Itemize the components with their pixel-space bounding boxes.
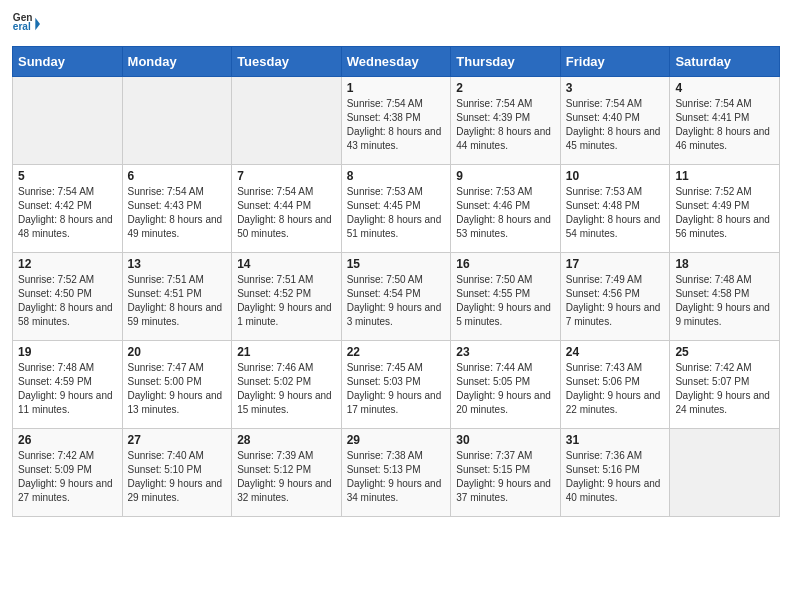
day-cell: 1Sunrise: 7:54 AMSunset: 4:38 PMDaylight… xyxy=(341,77,451,165)
day-number: 6 xyxy=(128,169,227,183)
day-info: Sunrise: 7:54 AMSunset: 4:42 PMDaylight:… xyxy=(18,185,117,241)
day-info: Sunrise: 7:54 AMSunset: 4:40 PMDaylight:… xyxy=(566,97,665,153)
day-number: 31 xyxy=(566,433,665,447)
header: Gen eral xyxy=(12,10,780,38)
day-cell: 25Sunrise: 7:42 AMSunset: 5:07 PMDayligh… xyxy=(670,341,780,429)
day-info: Sunrise: 7:49 AMSunset: 4:56 PMDaylight:… xyxy=(566,273,665,329)
week-row-1: 1Sunrise: 7:54 AMSunset: 4:38 PMDaylight… xyxy=(13,77,780,165)
weekday-header-row: SundayMondayTuesdayWednesdayThursdayFrid… xyxy=(13,47,780,77)
day-info: Sunrise: 7:37 AMSunset: 5:15 PMDaylight:… xyxy=(456,449,555,505)
logo-icon: Gen eral xyxy=(12,10,40,38)
day-number: 8 xyxy=(347,169,446,183)
day-info: Sunrise: 7:54 AMSunset: 4:44 PMDaylight:… xyxy=(237,185,336,241)
day-number: 1 xyxy=(347,81,446,95)
day-number: 10 xyxy=(566,169,665,183)
day-cell: 21Sunrise: 7:46 AMSunset: 5:02 PMDayligh… xyxy=(232,341,342,429)
day-info: Sunrise: 7:46 AMSunset: 5:02 PMDaylight:… xyxy=(237,361,336,417)
weekday-header-tuesday: Tuesday xyxy=(232,47,342,77)
day-info: Sunrise: 7:42 AMSunset: 5:07 PMDaylight:… xyxy=(675,361,774,417)
day-cell: 12Sunrise: 7:52 AMSunset: 4:50 PMDayligh… xyxy=(13,253,123,341)
day-info: Sunrise: 7:54 AMSunset: 4:38 PMDaylight:… xyxy=(347,97,446,153)
day-number: 21 xyxy=(237,345,336,359)
day-cell: 30Sunrise: 7:37 AMSunset: 5:15 PMDayligh… xyxy=(451,429,561,517)
day-number: 27 xyxy=(128,433,227,447)
week-row-3: 12Sunrise: 7:52 AMSunset: 4:50 PMDayligh… xyxy=(13,253,780,341)
day-info: Sunrise: 7:48 AMSunset: 4:59 PMDaylight:… xyxy=(18,361,117,417)
week-row-2: 5Sunrise: 7:54 AMSunset: 4:42 PMDaylight… xyxy=(13,165,780,253)
day-number: 24 xyxy=(566,345,665,359)
day-cell: 27Sunrise: 7:40 AMSunset: 5:10 PMDayligh… xyxy=(122,429,232,517)
day-info: Sunrise: 7:53 AMSunset: 4:48 PMDaylight:… xyxy=(566,185,665,241)
day-info: Sunrise: 7:44 AMSunset: 5:05 PMDaylight:… xyxy=(456,361,555,417)
day-cell: 3Sunrise: 7:54 AMSunset: 4:40 PMDaylight… xyxy=(560,77,670,165)
day-number: 7 xyxy=(237,169,336,183)
day-number: 16 xyxy=(456,257,555,271)
weekday-header-friday: Friday xyxy=(560,47,670,77)
logo: Gen eral xyxy=(12,10,42,38)
day-info: Sunrise: 7:36 AMSunset: 5:16 PMDaylight:… xyxy=(566,449,665,505)
day-info: Sunrise: 7:47 AMSunset: 5:00 PMDaylight:… xyxy=(128,361,227,417)
day-cell: 18Sunrise: 7:48 AMSunset: 4:58 PMDayligh… xyxy=(670,253,780,341)
day-info: Sunrise: 7:45 AMSunset: 5:03 PMDaylight:… xyxy=(347,361,446,417)
day-cell: 2Sunrise: 7:54 AMSunset: 4:39 PMDaylight… xyxy=(451,77,561,165)
day-number: 29 xyxy=(347,433,446,447)
day-number: 23 xyxy=(456,345,555,359)
week-row-5: 26Sunrise: 7:42 AMSunset: 5:09 PMDayligh… xyxy=(13,429,780,517)
day-cell: 22Sunrise: 7:45 AMSunset: 5:03 PMDayligh… xyxy=(341,341,451,429)
calendar-table: SundayMondayTuesdayWednesdayThursdayFrid… xyxy=(12,46,780,517)
day-number: 3 xyxy=(566,81,665,95)
day-number: 25 xyxy=(675,345,774,359)
week-row-4: 19Sunrise: 7:48 AMSunset: 4:59 PMDayligh… xyxy=(13,341,780,429)
day-info: Sunrise: 7:38 AMSunset: 5:13 PMDaylight:… xyxy=(347,449,446,505)
day-number: 20 xyxy=(128,345,227,359)
day-number: 2 xyxy=(456,81,555,95)
svg-text:eral: eral xyxy=(13,21,31,32)
day-cell: 16Sunrise: 7:50 AMSunset: 4:55 PMDayligh… xyxy=(451,253,561,341)
weekday-header-thursday: Thursday xyxy=(451,47,561,77)
day-number: 14 xyxy=(237,257,336,271)
day-cell xyxy=(122,77,232,165)
day-info: Sunrise: 7:54 AMSunset: 4:41 PMDaylight:… xyxy=(675,97,774,153)
day-cell: 20Sunrise: 7:47 AMSunset: 5:00 PMDayligh… xyxy=(122,341,232,429)
day-cell: 6Sunrise: 7:54 AMSunset: 4:43 PMDaylight… xyxy=(122,165,232,253)
day-info: Sunrise: 7:39 AMSunset: 5:12 PMDaylight:… xyxy=(237,449,336,505)
day-cell: 19Sunrise: 7:48 AMSunset: 4:59 PMDayligh… xyxy=(13,341,123,429)
day-cell: 7Sunrise: 7:54 AMSunset: 4:44 PMDaylight… xyxy=(232,165,342,253)
day-number: 13 xyxy=(128,257,227,271)
day-info: Sunrise: 7:48 AMSunset: 4:58 PMDaylight:… xyxy=(675,273,774,329)
day-number: 22 xyxy=(347,345,446,359)
day-number: 19 xyxy=(18,345,117,359)
day-info: Sunrise: 7:50 AMSunset: 4:55 PMDaylight:… xyxy=(456,273,555,329)
day-cell: 24Sunrise: 7:43 AMSunset: 5:06 PMDayligh… xyxy=(560,341,670,429)
day-cell: 9Sunrise: 7:53 AMSunset: 4:46 PMDaylight… xyxy=(451,165,561,253)
day-info: Sunrise: 7:54 AMSunset: 4:43 PMDaylight:… xyxy=(128,185,227,241)
weekday-header-monday: Monday xyxy=(122,47,232,77)
day-cell: 10Sunrise: 7:53 AMSunset: 4:48 PMDayligh… xyxy=(560,165,670,253)
day-info: Sunrise: 7:42 AMSunset: 5:09 PMDaylight:… xyxy=(18,449,117,505)
day-cell: 14Sunrise: 7:51 AMSunset: 4:52 PMDayligh… xyxy=(232,253,342,341)
day-number: 18 xyxy=(675,257,774,271)
day-number: 11 xyxy=(675,169,774,183)
day-info: Sunrise: 7:53 AMSunset: 4:45 PMDaylight:… xyxy=(347,185,446,241)
day-cell: 4Sunrise: 7:54 AMSunset: 4:41 PMDaylight… xyxy=(670,77,780,165)
day-info: Sunrise: 7:52 AMSunset: 4:49 PMDaylight:… xyxy=(675,185,774,241)
day-info: Sunrise: 7:43 AMSunset: 5:06 PMDaylight:… xyxy=(566,361,665,417)
day-info: Sunrise: 7:50 AMSunset: 4:54 PMDaylight:… xyxy=(347,273,446,329)
day-cell: 23Sunrise: 7:44 AMSunset: 5:05 PMDayligh… xyxy=(451,341,561,429)
day-number: 28 xyxy=(237,433,336,447)
day-cell: 11Sunrise: 7:52 AMSunset: 4:49 PMDayligh… xyxy=(670,165,780,253)
day-cell: 26Sunrise: 7:42 AMSunset: 5:09 PMDayligh… xyxy=(13,429,123,517)
day-cell xyxy=(232,77,342,165)
day-info: Sunrise: 7:51 AMSunset: 4:51 PMDaylight:… xyxy=(128,273,227,329)
day-number: 4 xyxy=(675,81,774,95)
day-cell: 31Sunrise: 7:36 AMSunset: 5:16 PMDayligh… xyxy=(560,429,670,517)
day-number: 9 xyxy=(456,169,555,183)
day-cell: 29Sunrise: 7:38 AMSunset: 5:13 PMDayligh… xyxy=(341,429,451,517)
day-number: 5 xyxy=(18,169,117,183)
day-cell xyxy=(670,429,780,517)
day-info: Sunrise: 7:52 AMSunset: 4:50 PMDaylight:… xyxy=(18,273,117,329)
day-cell: 28Sunrise: 7:39 AMSunset: 5:12 PMDayligh… xyxy=(232,429,342,517)
day-cell: 17Sunrise: 7:49 AMSunset: 4:56 PMDayligh… xyxy=(560,253,670,341)
day-number: 26 xyxy=(18,433,117,447)
day-info: Sunrise: 7:53 AMSunset: 4:46 PMDaylight:… xyxy=(456,185,555,241)
